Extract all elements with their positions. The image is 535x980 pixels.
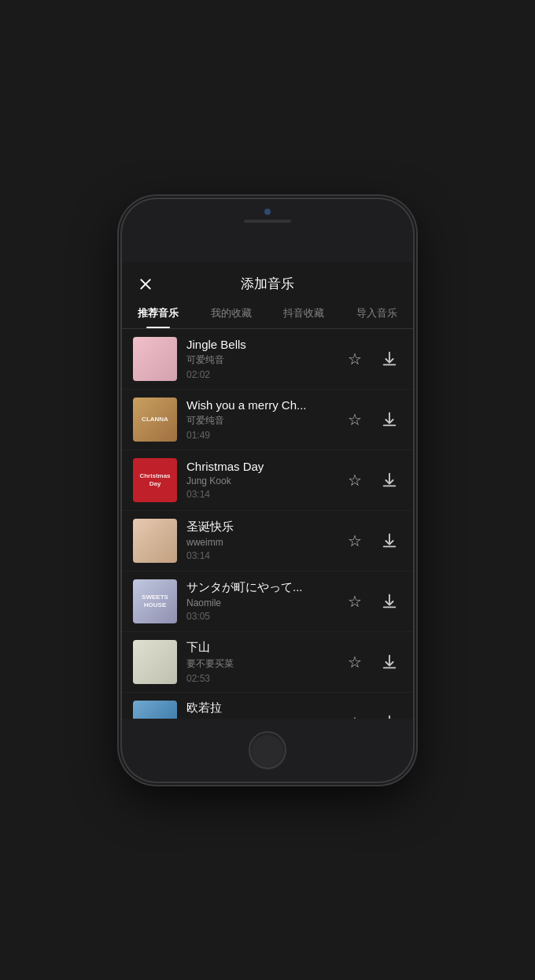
download-icon	[381, 532, 398, 549]
song-actions: ☆	[342, 528, 402, 553]
download-icon	[381, 350, 398, 368]
tab-favorites[interactable]: 我的收藏	[195, 306, 268, 328]
song-actions: ☆	[342, 589, 402, 614]
download-icon	[381, 411, 398, 428]
favorite-button[interactable]: ☆	[342, 710, 367, 719]
song-duration: 03:05	[186, 611, 336, 622]
favorite-button[interactable]: ☆	[342, 528, 367, 553]
app-header: 添加音乐	[122, 262, 413, 295]
song-duration: 03:14	[186, 550, 336, 561]
song-artist: 可爱纯音	[186, 414, 336, 427]
favorite-button[interactable]: ☆	[342, 407, 367, 432]
song-title: 欧若拉	[186, 701, 336, 716]
song-duration: 01:49	[186, 430, 336, 441]
download-button[interactable]	[377, 649, 402, 675]
star-icon: ☆	[348, 472, 362, 488]
song-duration: 02:53	[186, 673, 336, 684]
camera	[264, 209, 271, 215]
song-artist: wweimm	[186, 537, 336, 548]
song-artist: 要不要买菜	[186, 657, 336, 671]
song-item[interactable]: FASCINATED 欧若拉 胜屿 01:09 ☆	[122, 693, 413, 719]
bottom-bezel	[122, 719, 413, 782]
song-info: Jingle Bells 可爱纯音 02:02	[186, 338, 336, 380]
song-title: サンタが町にやって...	[186, 580, 336, 595]
download-button[interactable]	[377, 589, 402, 614]
song-title: 下山	[186, 640, 336, 655]
song-info: Christmas Day Jung Kook 03:14	[186, 460, 336, 500]
album-art	[133, 337, 177, 381]
close-button[interactable]	[135, 273, 157, 295]
star-icon: ☆	[348, 351, 362, 367]
download-icon	[381, 653, 398, 671]
album-art	[133, 640, 177, 684]
download-icon	[381, 593, 398, 610]
download-icon	[381, 714, 398, 719]
album-art: CLANNA	[133, 398, 177, 442]
star-icon: ☆	[348, 594, 362, 609]
star-icon: ☆	[348, 412, 362, 427]
phone-frame: 添加音乐 推荐音乐 我的收藏 抖音收藏 导入音乐 Jingle Bells	[122, 199, 413, 782]
song-actions: ☆	[342, 649, 402, 675]
song-item[interactable]: 下山 要不要买菜 02:53 ☆	[122, 632, 413, 693]
star-icon: ☆	[348, 654, 362, 670]
download-button[interactable]	[377, 346, 402, 372]
song-list: Jingle Bells 可爱纯音 02:02 ☆ CLANNA	[122, 329, 413, 719]
top-bezel	[122, 199, 413, 262]
page-title: 添加音乐	[241, 275, 294, 293]
song-title: Jingle Bells	[186, 338, 336, 351]
song-actions: ☆	[342, 710, 402, 719]
download-icon	[381, 472, 398, 489]
home-button[interactable]	[249, 731, 286, 769]
song-info: 下山 要不要买菜 02:53	[186, 640, 336, 684]
tab-import[interactable]: 导入音乐	[341, 306, 414, 328]
speaker	[244, 220, 291, 223]
song-actions: ☆	[342, 468, 402, 493]
favorite-button[interactable]: ☆	[342, 649, 367, 675]
song-artist: Jung Kook	[186, 475, 336, 486]
download-button[interactable]	[377, 468, 402, 493]
download-button[interactable]	[377, 710, 402, 719]
song-title: Christmas Day	[186, 460, 336, 473]
song-artist: Naomile	[186, 597, 336, 608]
song-info: Wish you a merry Ch... 可爱纯音 01:49	[186, 398, 336, 441]
tab-recommended[interactable]: 推荐音乐	[122, 306, 195, 328]
download-button[interactable]	[377, 528, 402, 553]
favorite-button[interactable]: ☆	[342, 589, 367, 614]
song-item[interactable]: Christmas Day Christmas Day Jung Kook 03…	[122, 450, 413, 511]
song-item[interactable]: 圣诞快乐 wweimm 03:14 ☆	[122, 511, 413, 571]
song-info: 圣诞快乐 wweimm 03:14	[186, 520, 336, 561]
album-art	[133, 519, 177, 563]
favorite-button[interactable]: ☆	[342, 468, 367, 493]
song-info: サンタが町にやって... Naomile 03:05	[186, 580, 336, 622]
album-art: FASCINATED	[133, 701, 177, 719]
phone-screen: 添加音乐 推荐音乐 我的收藏 抖音收藏 导入音乐 Jingle Bells	[122, 262, 413, 719]
song-info: 欧若拉 胜屿 01:09	[186, 701, 336, 719]
star-icon: ☆	[348, 715, 362, 719]
tab-douyin[interactable]: 抖音收藏	[268, 306, 341, 328]
song-title: Wish you a merry Ch...	[186, 398, 336, 412]
star-icon: ☆	[348, 533, 362, 549]
tab-bar: 推荐音乐 我的收藏 抖音收藏 导入音乐	[122, 295, 413, 328]
album-art: Christmas Day	[133, 458, 177, 502]
song-item[interactable]: Jingle Bells 可爱纯音 02:02 ☆	[122, 329, 413, 390]
favorite-button[interactable]: ☆	[342, 346, 367, 372]
album-art: SWEETS HOUSE	[133, 579, 177, 623]
song-actions: ☆	[342, 346, 402, 372]
song-title: 圣诞快乐	[186, 520, 336, 534]
download-button[interactable]	[377, 407, 402, 432]
song-actions: ☆	[342, 407, 402, 432]
song-item[interactable]: CLANNA Wish you a merry Ch... 可爱纯音 01:49…	[122, 390, 413, 450]
song-duration: 02:02	[186, 369, 336, 380]
song-duration: 03:14	[186, 489, 336, 500]
song-artist: 可爱纯音	[186, 353, 336, 367]
song-item[interactable]: SWEETS HOUSE サンタが町にやって... Naomile 03:05 …	[122, 571, 413, 632]
